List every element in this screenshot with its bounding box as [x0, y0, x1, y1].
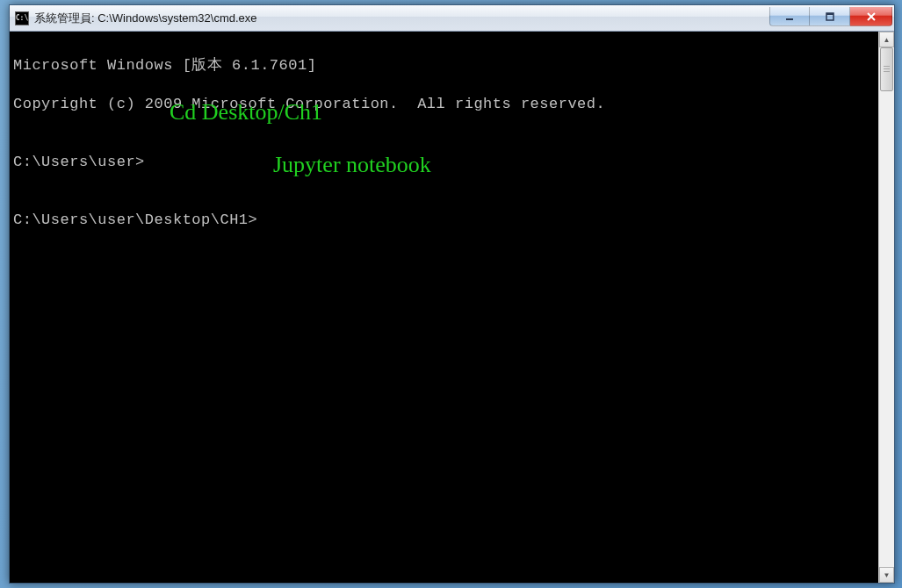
maximize-icon	[825, 11, 835, 22]
vertical-scrollbar[interactable]: ▲ ▼	[878, 32, 894, 583]
window-controls	[769, 7, 892, 26]
cmd-icon-text: C:\	[16, 14, 28, 22]
svg-rect-2	[826, 13, 833, 15]
console-line: Microsoft Windows [版本 6.1.7601]	[13, 56, 875, 75]
close-button[interactable]	[850, 7, 892, 26]
scroll-down-arrow[interactable]: ▼	[879, 567, 894, 583]
prompt-line: C:\Users\user\Desktop\CH1>	[13, 211, 875, 230]
console-body: Microsoft Windows [版本 6.1.7601] Copyrigh…	[10, 32, 894, 583]
scroll-track[interactable]	[879, 47, 894, 567]
cmd-icon: C:\	[15, 11, 29, 25]
console-line: Copyright (c) 2009 Microsoft Corporation…	[13, 95, 875, 114]
prompt-line: C:\Users\user>	[13, 153, 875, 172]
annotation-cd-command: Cd Desktop/Ch1	[170, 99, 322, 125]
svg-rect-0	[786, 18, 793, 20]
cmd-window: C:\ 系統管理員: C:\Windows\system32\cmd.exe	[9, 4, 895, 584]
scroll-thumb[interactable]	[880, 47, 893, 91]
annotation-jupyter-command: Jupyter notebook	[273, 152, 431, 178]
minimize-button[interactable]	[769, 7, 810, 26]
scroll-up-arrow[interactable]: ▲	[879, 32, 894, 47]
window-title: 系統管理員: C:\Windows\system32\cmd.exe	[34, 11, 769, 26]
minimize-icon	[784, 11, 795, 22]
maximize-button[interactable]	[810, 7, 850, 26]
close-icon	[866, 11, 877, 22]
console-output[interactable]: Microsoft Windows [版本 6.1.7601] Copyrigh…	[10, 32, 878, 583]
titlebar[interactable]: C:\ 系統管理員: C:\Windows\system32\cmd.exe	[10, 5, 894, 32]
